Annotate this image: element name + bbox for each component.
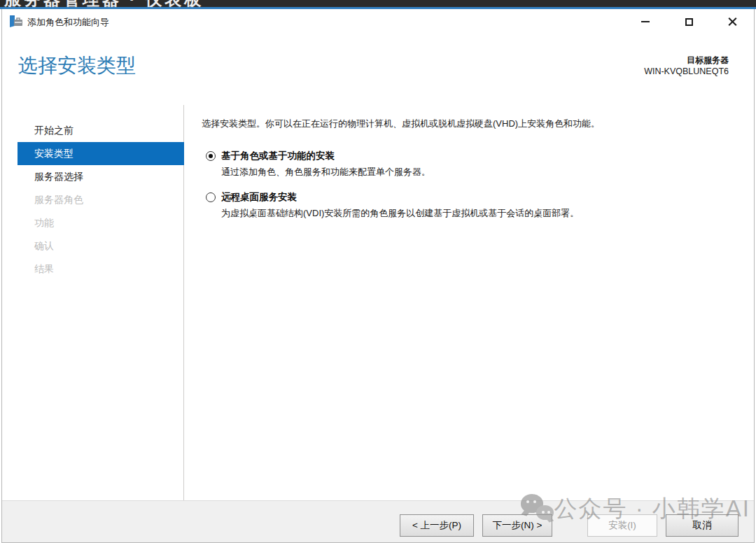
background-window-title: 服务器管理器 · 仪表板 (4, 0, 204, 7)
cancel-button[interactable]: 取消 (666, 514, 738, 537)
background-window-strip: 服务器管理器 · 仪表板 (0, 0, 756, 7)
option-remote-desktop-label[interactable]: 远程桌面服务安装 (221, 191, 297, 204)
radio-role-based[interactable] (206, 151, 216, 161)
sidebar-item-server-selection[interactable]: 服务器选择 (18, 165, 184, 188)
sidebar-item-features: 功能 (18, 211, 184, 234)
option-role-based-description: 通过添加角色、角色服务和功能来配置单个服务器。 (221, 166, 725, 178)
target-server-name: WIN-KVQBLUNEQT6 (644, 66, 729, 77)
wizard-footer: < 上一步(P) 下一步(N) > 安装(I) 取消 (2, 500, 754, 542)
maximize-button[interactable] (667, 9, 710, 34)
sidebar-item-before-you-begin[interactable]: 开始之前 (18, 119, 184, 142)
radio-remote-desktop[interactable] (206, 192, 216, 202)
maximize-icon (685, 18, 693, 26)
wizard-steps-sidebar: 开始之前 安装类型 服务器选择 服务器角色 功能 确认 结果 (2, 105, 184, 502)
minimize-button[interactable] (624, 9, 667, 34)
wizard-content: 开始之前 安装类型 服务器选择 服务器角色 功能 确认 结果 选择安装类型。你可… (2, 105, 754, 502)
close-icon (728, 17, 737, 27)
previous-button[interactable]: < 上一步(P) (400, 514, 474, 537)
option-remote-desktop-description: 为虚拟桌面基础结构(VDI)安装所需的角色服务以创建基于虚拟机或基于会话的桌面部… (221, 207, 725, 220)
option-role-based-label[interactable]: 基于角色或基于功能的安装 (221, 150, 335, 162)
sidebar-item-confirmation: 确认 (18, 234, 184, 258)
target-server-block: 目标服务器 WIN-KVQBLUNEQT6 (644, 55, 729, 77)
page-title: 选择安装类型 (18, 52, 136, 79)
sidebar-item-results: 结果 (18, 258, 184, 281)
title-bar: 添加角色和功能向导 (2, 9, 754, 34)
minimize-icon (641, 21, 650, 22)
wizard-window: 添加角色和功能向导 选择安装类型 目标服务器 WIN-KVQBLUNEQT6 开… (1, 9, 755, 543)
target-server-label: 目标服务器 (644, 55, 729, 66)
install-button: 安装(I) (587, 514, 657, 537)
intro-text: 选择安装类型。你可以在正在运行的物理计算机、虚拟机或脱机虚拟硬盘(VHD)上安装… (202, 118, 738, 130)
sidebar-item-server-roles: 服务器角色 (18, 188, 184, 211)
close-button[interactable] (710, 9, 754, 34)
radio-dot (209, 154, 213, 158)
installation-type-pane: 选择安装类型。你可以在正在运行的物理计算机、虚拟机或脱机虚拟硬盘(VHD)上安装… (202, 105, 741, 502)
next-button[interactable]: 下一步(N) > (482, 514, 552, 537)
wizard-toolbox-icon (10, 15, 22, 27)
window-title: 添加角色和功能向导 (27, 16, 109, 29)
sidebar-item-installation-type[interactable]: 安装类型 (18, 142, 184, 165)
